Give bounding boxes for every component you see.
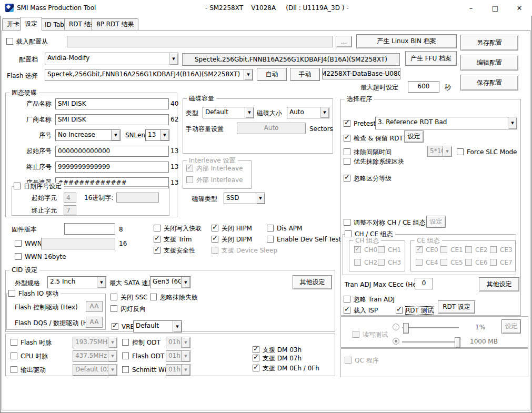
dropdown-arrow-icon[interactable] [256, 193, 265, 204]
snlen-label: SNLen [125, 132, 145, 139]
check-keep-rdt-checkbox[interactable]: 检查 & 保留 RDT [344, 135, 403, 142]
disk-type-select[interactable]: SSD [224, 193, 265, 204]
dm0e-checkbox[interactable]: 支援 DM 0Eh / 0Fh [253, 365, 319, 372]
flash-odt-checkbox[interactable]: Flash ODT [122, 352, 164, 360]
edit-config-button[interactable]: 编辑配置 [460, 55, 518, 70]
trim-label: 支援 Trim [164, 236, 192, 243]
rw-settings-button: 设定 [501, 319, 521, 334]
disk-type-value: SSD [224, 193, 256, 204]
rw-percent-slider-thumb[interactable] [403, 323, 409, 334]
serial-end-input[interactable]: 9999999999999 [55, 162, 169, 173]
app-window: SMI Mass Production Tool - SM2258XT V102… [0, 0, 532, 413]
date-serial-checkbox[interactable]: 日期序号设定 [14, 183, 64, 190]
manual-button[interactable]: 手动 [290, 68, 320, 81]
serial-mode-select[interactable]: No Increase [55, 129, 121, 141]
led-invert-checkbox[interactable]: 闪灯反向 [111, 305, 146, 313]
erase-system-first-checkbox[interactable]: 优先抹除系统区块 [344, 158, 404, 165]
hipm-checkbox[interactable]: 关闭 HIPM [212, 225, 252, 232]
program-other-settings-button[interactable]: 其他设定 [479, 277, 519, 291]
rw-size-slider-thumb[interactable] [455, 337, 460, 348]
pretest-checkbox[interactable]: Pretest [344, 120, 376, 127]
ctrl-odt-value: 01h [166, 337, 181, 348]
rdt-settings-button[interactable]: RDT 设定 [438, 300, 475, 314]
dm03-checkbox[interactable]: 支援 DM 03h [253, 346, 302, 354]
dropdown-arrow-icon [181, 351, 190, 361]
dropdown-arrow-icon[interactable] [508, 117, 517, 129]
ctrl-odt-checkbox[interactable]: 控制 ODT [122, 339, 160, 346]
tran-adj-input[interactable]: 0 [415, 278, 433, 289]
vref-select[interactable]: Default [133, 320, 182, 333]
check-rdt-settings-button[interactable]: 设定 [404, 130, 424, 143]
product-name-input[interactable]: SMI DISK [55, 98, 169, 109]
load-isp-checkbox[interactable]: 载入 ISP [344, 307, 378, 314]
pretest-select[interactable]: 3. Reference RDT Bad [375, 117, 517, 129]
capacity-type-select[interactable]: Default [203, 107, 254, 118]
load-config-checkbox[interactable]: 载入配置从 [6, 38, 48, 45]
dropdown-arrow-icon[interactable] [160, 130, 169, 140]
close-button[interactable]: ✕ [507, 0, 531, 16]
wwn16-checkbox[interactable]: WWN 16byte [15, 253, 66, 260]
dropdown-arrow-icon[interactable] [181, 277, 190, 288]
output-drive-checkbox[interactable]: 输出驱动 [11, 366, 46, 374]
rdt-test-checkbox[interactable]: RDT 测试 [396, 307, 434, 314]
auto-button[interactable]: 自动 [257, 68, 287, 81]
form-factor-value: 2.5 Inch [48, 277, 97, 288]
dropdown-arrow-icon[interactable] [320, 107, 329, 118]
profile-select[interactable]: Avidia-Modify [45, 53, 178, 65]
dipm-checkbox[interactable]: 关闭 DIPM [212, 236, 252, 243]
trim-checkbox[interactable]: 支援 Trim [154, 236, 192, 243]
tab-8p-rdt-result[interactable]: 8P RDT 结果 [92, 18, 138, 30]
capacity-type-value: Default [203, 107, 245, 118]
dis-apm-checkbox[interactable]: Dis APM [267, 225, 302, 232]
generate-linux-bin-button[interactable]: 产生 Linux BIN 档案 [356, 34, 457, 48]
dropdown-arrow-icon[interactable] [245, 107, 254, 118]
tab-settings[interactable]: 设定 [20, 17, 42, 31]
security-checkbox[interactable]: 支援安全性 [154, 247, 195, 254]
erase-interval-checkbox[interactable]: 抹除间隔时间 [344, 148, 392, 156]
dropdown-arrow-icon[interactable] [169, 53, 178, 65]
vendor-name-input[interactable]: SMI DISK [55, 114, 169, 125]
adjust-chce-checkbox[interactable]: 调整不对称 CH / CE 组态 [344, 219, 426, 226]
cid-other-settings-button[interactable]: 其他设定 [293, 275, 332, 289]
ignore-erase-fail-checkbox[interactable]: 忽略抹除失败 [150, 294, 198, 301]
ch-group-title: CH 组态 [353, 237, 381, 244]
dropdown-arrow-icon[interactable] [244, 69, 253, 80]
dropdown-arrow-icon[interactable] [111, 130, 120, 140]
end-char-label: 终止字元 [32, 207, 57, 214]
flash-io-checkbox[interactable]: Flash IO 驱动 [8, 290, 61, 297]
dm07-checkbox[interactable]: 支援 DM 07h [253, 355, 302, 362]
save-config-as-button[interactable]: 另存配置 [460, 35, 518, 51]
load-config-path-input[interactable] [67, 36, 333, 47]
flash-odt-value: 01h [166, 351, 181, 361]
ssc-checkbox[interactable]: 关闭 SSC [111, 294, 147, 301]
ch0-checkbox: CH0 [354, 246, 377, 254]
rw-size-slider[interactable] [402, 341, 459, 343]
disable-write-cache-checkbox[interactable]: 关闭写入快取 [154, 225, 202, 232]
firmware-input[interactable] [64, 223, 115, 235]
minimize-button[interactable]: – [459, 0, 483, 16]
dropdown-arrow-icon [443, 146, 451, 156]
ignore-erase-fail-label: 忽略抹除失败 [160, 294, 198, 301]
ignore-grade-checkbox[interactable]: 忽略区分等级 [344, 175, 392, 182]
flash-clock-checkbox[interactable]: Flash 时脉 [11, 339, 52, 346]
serial-start-input[interactable]: 0000000000000 [55, 146, 169, 157]
ignore-tran-adj-checkbox[interactable]: 忽略 Tran ADJ [344, 296, 395, 303]
snlen-select[interactable]: 13 [145, 129, 169, 141]
rw-percent-slider[interactable] [402, 327, 459, 328]
dev-self-test-checkbox[interactable]: Enable Dev Self Test [267, 236, 341, 243]
save-config-button[interactable]: 保存配置 [460, 75, 518, 90]
timeout-input[interactable]: 600 [408, 81, 439, 93]
dropdown-arrow-icon[interactable] [173, 321, 182, 332]
form-factor-select[interactable]: 2.5 Inch [47, 276, 106, 288]
browse-button[interactable]: ... [336, 36, 352, 47]
cpu-clock-checkbox[interactable]: CPU 时脉 [11, 352, 48, 360]
sata-speed-select[interactable]: Gen3 (6Gb) [150, 276, 190, 288]
dropdown-arrow-icon [108, 365, 117, 375]
generate-ffu-button[interactable]: 产生 FFU 档案 [405, 51, 457, 66]
disk-size-select[interactable]: Auto [287, 107, 329, 118]
wwn-checkbox[interactable]: WWN [15, 240, 42, 247]
force-slc-checkbox[interactable]: Force SLC Mode [457, 148, 517, 156]
maximize-button[interactable]: □ [483, 0, 507, 16]
dropdown-arrow-icon[interactable] [97, 277, 106, 288]
flash-select[interactable]: Spectek,256Gbit,FNNB16A256G1KDBAFJ4(B16A… [45, 69, 253, 80]
